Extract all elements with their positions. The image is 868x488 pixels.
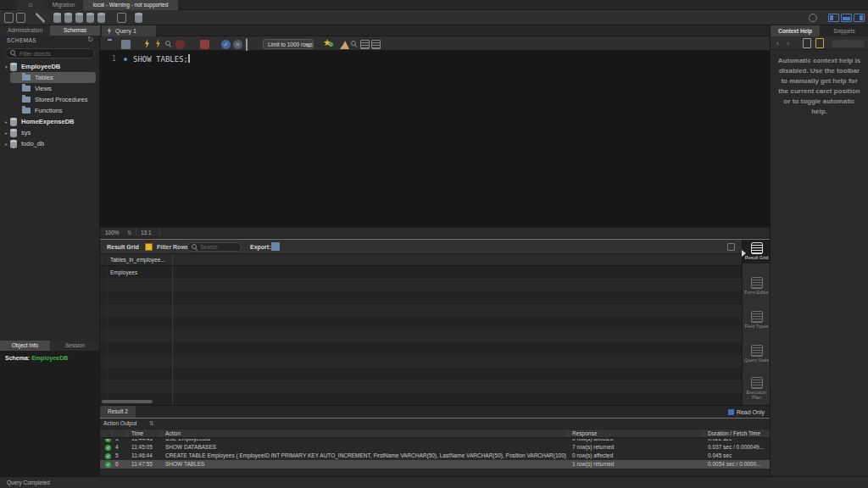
help-search-box[interactable] xyxy=(832,40,865,47)
tab-object-info[interactable]: Object Info xyxy=(0,341,50,351)
create-table-icon[interactable] xyxy=(64,13,72,23)
editor-toolbar: ✓ ✕ Limit to 1000 rows⇅ ★ xyxy=(100,36,770,51)
sidebar-item-stored-procedures[interactable]: Stored Procedures xyxy=(0,94,100,105)
tab-result-2[interactable]: Result 2 xyxy=(100,406,136,418)
tab-context-help[interactable]: Context Help xyxy=(771,25,820,36)
sidebar-item-homeexpensedb[interactable]: ▸ HomeExpenseDB xyxy=(0,116,100,127)
success-icon: ✓ xyxy=(105,453,111,459)
mysql-workbench-window: ⌂ Migration local - Warning - not suppor… xyxy=(0,0,868,488)
tool-result-grid[interactable]: Result Grid xyxy=(743,240,771,263)
save-script-icon[interactable] xyxy=(121,40,131,49)
context-help-panel: Context Help Snippets ‹ › Automatic cont… xyxy=(770,25,868,476)
create-function-icon[interactable] xyxy=(97,13,105,23)
action-row[interactable]: ✓ 4 11:45:05 SHOW DATABASES 7 row(s) ret… xyxy=(100,443,770,452)
find-icon[interactable] xyxy=(351,41,358,47)
grid-options-icon[interactable] xyxy=(727,243,735,251)
sidebar-item-tables[interactable]: Tables xyxy=(0,72,100,83)
horizontal-scrollbar[interactable] xyxy=(102,400,153,403)
grid-icon xyxy=(145,243,153,251)
refresh-schemas-icon[interactable]: ↻ xyxy=(87,36,93,43)
filter-rows-input[interactable] xyxy=(200,244,237,250)
action-output-columns: Time Action Response Duration / Fetch Ti… xyxy=(100,429,770,438)
sidebar-item-todo-db[interactable]: ▸ todo_db xyxy=(0,138,100,149)
tab-migration[interactable]: Migration xyxy=(44,0,83,10)
sidebar-item-sys[interactable]: ▸ sys xyxy=(0,127,100,138)
tab-snippets[interactable]: Snippets xyxy=(820,25,868,36)
schemas-header: SCHEMAS xyxy=(7,37,36,43)
action-output-stepper-icon[interactable]: ⇅ xyxy=(149,419,154,429)
back-icon[interactable]: ‹ xyxy=(776,36,779,50)
action-output-panel: Action Output ⇅ Time Action Response Dur… xyxy=(100,418,770,476)
tab-query-1[interactable]: Query 1 xyxy=(102,25,156,36)
home-tab[interactable]: ⌂ xyxy=(17,0,44,10)
action-row-selected[interactable]: ✓ 6 11:47:55 SHOW TABLES 1 row(s) return… xyxy=(100,460,770,469)
action-row[interactable]: ✓ 5 11:46:44 CREATE TABLE Employees ( Em… xyxy=(100,452,770,460)
schema-filter-box[interactable] xyxy=(5,48,95,58)
preferences-icon[interactable] xyxy=(809,14,817,22)
help-toolbar: ‹ › xyxy=(771,36,868,50)
toggle-left-sidebar-icon[interactable] xyxy=(828,14,839,22)
toggle-right-sidebar-icon[interactable] xyxy=(854,14,865,22)
result-grid-rows[interactable]: Employees xyxy=(100,266,742,405)
result-grid-title: Result Grid xyxy=(107,240,139,254)
create-schema-icon[interactable] xyxy=(53,13,61,23)
toggle-output-area-icon[interactable] xyxy=(841,14,852,22)
title-bar: ⌂ Migration local - Warning - not suppor… xyxy=(0,0,868,10)
schema-filter-input[interactable] xyxy=(19,51,90,57)
commit-icon[interactable]: ✓ xyxy=(221,40,231,49)
filter-rows-box[interactable] xyxy=(187,242,242,252)
zoom-level[interactable]: 100% xyxy=(105,228,120,237)
beautify-icon[interactable] xyxy=(340,41,349,49)
object-info-label: Schema: xyxy=(5,355,30,361)
functions-icon xyxy=(22,108,31,114)
zoom-stepper-icon[interactable]: ⇅ xyxy=(127,228,131,237)
success-icon: ✓ xyxy=(105,462,111,468)
save-snippet-icon[interactable]: ★ xyxy=(323,37,331,47)
schema-icon xyxy=(10,118,17,126)
editor-status-bar: 100% ⇅ 13:1 xyxy=(100,227,770,236)
sql-code-line[interactable]: SHOW TABLES; xyxy=(133,54,190,64)
get-help-icon[interactable] xyxy=(803,38,811,48)
execute-current-statement-icon[interactable] xyxy=(155,39,161,48)
create-view-icon[interactable] xyxy=(75,13,83,23)
sidebar-item-employeedb[interactable]: ▾ EmployeeDB xyxy=(0,61,100,72)
tab-session[interactable]: Session xyxy=(50,341,100,351)
tools-icon[interactable] xyxy=(36,13,45,23)
query-stats-icon xyxy=(751,345,763,357)
tool-query-stats[interactable]: Query Stats xyxy=(743,345,771,363)
column-header[interactable]: Tables_in_employee... xyxy=(110,254,165,266)
create-procedure-icon[interactable] xyxy=(86,13,94,23)
new-query-icon[interactable] xyxy=(4,13,14,23)
wrap-text-icon[interactable] xyxy=(371,40,381,49)
sidebar-tabs: Administration Schemas xyxy=(0,25,99,36)
rollback-icon[interactable]: ✕ xyxy=(233,40,242,49)
window-status-bar: Query Completed xyxy=(0,476,868,488)
execute-icon[interactable] xyxy=(144,39,150,48)
backup-icon[interactable] xyxy=(117,13,126,23)
result-cell[interactable]: Employees xyxy=(110,266,137,279)
success-icon: ✓ xyxy=(105,445,111,451)
sidebar-item-views[interactable]: Views xyxy=(0,83,100,94)
tab-connection[interactable]: local - Warning - not supported xyxy=(83,0,178,10)
tool-field-types[interactable]: Field Types xyxy=(743,311,771,329)
tab-administration[interactable]: Administration xyxy=(0,25,50,36)
stop-query-icon[interactable] xyxy=(175,40,185,49)
filter-rows-label: Filter Rows: xyxy=(157,240,191,254)
tab-schemas[interactable]: Schemas xyxy=(50,25,100,36)
export-icon[interactable] xyxy=(271,242,280,251)
tool-form-editor[interactable]: Form Editor xyxy=(743,277,771,295)
open-file-icon[interactable] xyxy=(16,13,25,23)
sql-editor[interactable]: 1 SHOW TABLES; xyxy=(100,51,770,227)
stop-on-error-icon[interactable] xyxy=(200,40,209,49)
toggle-auto-help-icon[interactable] xyxy=(815,38,824,48)
invisible-chars-icon[interactable] xyxy=(360,40,370,49)
explain-icon[interactable] xyxy=(165,41,172,47)
tool-execution-plan[interactable]: Execution Plan xyxy=(743,377,771,401)
sidebar-item-functions[interactable]: Functions xyxy=(0,105,100,116)
result-grid-header: Tables_in_employee... xyxy=(100,254,742,266)
forward-icon[interactable]: › xyxy=(787,36,789,50)
row-limit-select[interactable]: Limit to 1000 rows⇅ xyxy=(263,39,314,49)
search-icon xyxy=(10,50,17,57)
upload-icon[interactable] xyxy=(135,13,142,23)
schema-icon xyxy=(10,63,17,71)
